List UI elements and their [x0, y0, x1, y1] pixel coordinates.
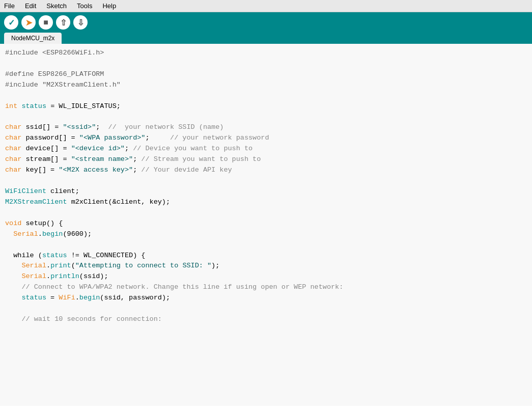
- tab-bar: NodeMCU_m2x: [0, 33, 532, 44]
- new-button[interactable]: ■: [39, 15, 53, 30]
- menu-bar: File Edit Sketch Tools Help: [0, 0, 532, 12]
- menu-edit[interactable]: Edit: [23, 1, 38, 11]
- open-button[interactable]: ⇧: [56, 15, 70, 30]
- tab-nodemcu-m2x[interactable]: NodeMCU_m2x: [4, 33, 62, 44]
- menu-tools[interactable]: Tools: [75, 1, 94, 11]
- verify-button[interactable]: ✓: [4, 15, 18, 30]
- menu-help[interactable]: Help: [100, 1, 118, 11]
- code-editor[interactable]: #include <ESP8266WiFi.h> #define ESP8266…: [0, 44, 532, 406]
- save-button[interactable]: ⇩: [73, 15, 88, 30]
- toolbar: ✓ ➤ ■ ⇧ ⇩: [0, 12, 532, 33]
- menu-sketch[interactable]: Sketch: [44, 1, 69, 11]
- menu-file[interactable]: File: [2, 1, 17, 11]
- upload-button[interactable]: ➤: [21, 15, 36, 30]
